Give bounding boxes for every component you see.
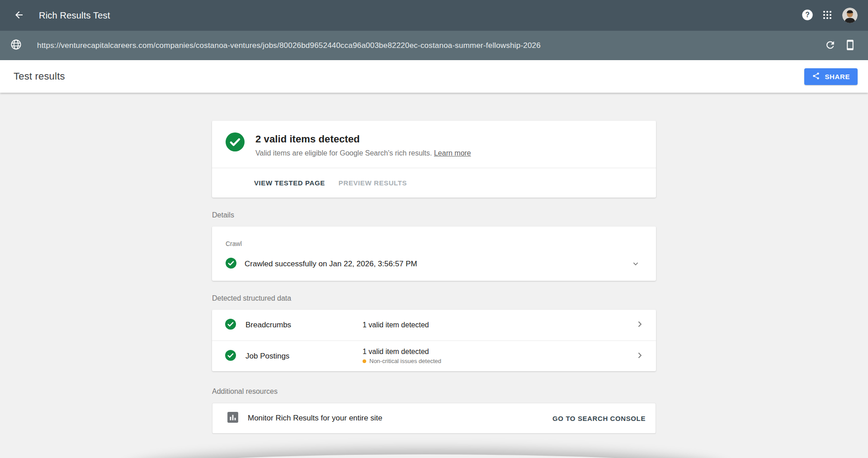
structured-data-row-job-postings[interactable]: Job Postings 1 valid item detected Non-c… bbox=[212, 340, 656, 371]
share-button-label: SHARE bbox=[825, 73, 850, 80]
summary-subtitle: Valid items are eligible for Google Sear… bbox=[255, 149, 471, 157]
row-success-check-icon bbox=[225, 319, 236, 331]
url-bar: https://venturecapitalcareers.com/compan… bbox=[0, 31, 868, 60]
resources-section-label: Additional resources bbox=[212, 387, 656, 396]
chevron-right-icon bbox=[634, 319, 645, 331]
crawl-status-row[interactable]: Crawled successfully on Jan 22, 2026, 3:… bbox=[226, 257, 642, 271]
structured-data-row-breadcrumbs[interactable]: Breadcrumbs 1 valid item detected bbox=[212, 310, 656, 340]
share-button[interactable]: SHARE bbox=[804, 68, 858, 85]
row-value-block: 1 valid item detected Non-critical issue… bbox=[363, 348, 634, 364]
summary-card: 2 valid items detected Valid items are e… bbox=[212, 121, 656, 198]
warning-dot-icon bbox=[363, 359, 366, 363]
account-avatar[interactable] bbox=[840, 5, 860, 25]
details-section-label: Details bbox=[212, 211, 656, 219]
avatar-image bbox=[842, 8, 858, 23]
mobile-view-button[interactable] bbox=[840, 36, 860, 56]
row-success-check-icon bbox=[225, 350, 236, 363]
mobile-icon bbox=[844, 39, 856, 52]
results-header-bar: Test results SHARE bbox=[0, 60, 868, 93]
svg-text:?: ? bbox=[805, 11, 810, 19]
row-type-label: Job Postings bbox=[245, 352, 363, 361]
summary-actions-row: VIEW TESTED PAGE PREVIEW RESULTS bbox=[212, 168, 656, 198]
chevron-right-icon bbox=[634, 350, 645, 363]
back-arrow-icon bbox=[14, 9, 24, 22]
row-valid-count: 1 valid item detected bbox=[363, 348, 634, 356]
row-warning-note: Non-critical issues detected bbox=[363, 358, 634, 364]
crawl-status-text: Crawled successfully on Jan 22, 2026, 3:… bbox=[245, 260, 629, 269]
chevron-down-icon bbox=[631, 259, 641, 270]
learn-more-link[interactable]: Learn more bbox=[434, 149, 471, 157]
help-button[interactable]: ? bbox=[797, 5, 817, 25]
page-title: Test results bbox=[14, 71, 65, 82]
refresh-button[interactable] bbox=[820, 36, 840, 56]
warning-note-text: Non-critical issues detected bbox=[369, 358, 441, 364]
app-title: Rich Results Test bbox=[39, 10, 110, 21]
tested-url[interactable]: https://venturecapitalcareers.com/compan… bbox=[37, 41, 820, 50]
row-valid-count: 1 valid item detected bbox=[363, 321, 634, 329]
apps-grid-icon bbox=[822, 9, 833, 22]
back-button[interactable] bbox=[11, 7, 27, 24]
help-icon: ? bbox=[801, 9, 814, 23]
row-type-label: Breadcrumbs bbox=[245, 321, 363, 330]
preview-results-button[interactable]: PREVIEW RESULTS bbox=[339, 175, 407, 190]
refresh-icon bbox=[825, 39, 836, 52]
go-to-search-console-link[interactable]: GO TO SEARCH CONSOLE bbox=[552, 415, 646, 422]
crawl-card: Crawl Crawled successfully on Jan 22, 20… bbox=[212, 227, 656, 281]
summary-subtitle-text: Valid items are eligible for Google Sear… bbox=[255, 149, 432, 157]
app-top-bar: Rich Results Test ? bbox=[0, 0, 868, 31]
main-content: 2 valid items detected Valid items are e… bbox=[212, 121, 656, 434]
summary-title: 2 valid items detected bbox=[255, 133, 471, 145]
view-tested-page-button[interactable]: VIEW TESTED PAGE bbox=[254, 175, 325, 190]
crawl-success-check-icon bbox=[226, 258, 236, 270]
crawl-expand-button[interactable] bbox=[629, 257, 642, 271]
summary-text-block: 2 valid items detected Valid items are e… bbox=[255, 132, 471, 157]
row-value-block: 1 valid item detected bbox=[363, 321, 634, 329]
bar-chart-icon bbox=[227, 411, 239, 425]
crawl-card-label: Crawl bbox=[226, 240, 642, 247]
share-icon bbox=[812, 72, 820, 81]
structured-data-card: Breadcrumbs 1 valid item detected Job Po… bbox=[212, 310, 656, 371]
resources-row-label: Monitor Rich Results for your entire sit… bbox=[248, 414, 552, 423]
below-fold-shadow bbox=[129, 454, 723, 458]
apps-grid-button[interactable] bbox=[817, 5, 837, 25]
success-check-circle-icon bbox=[226, 132, 245, 153]
structured-data-section-label: Detected structured data bbox=[212, 294, 656, 302]
resources-card: Monitor Rich Results for your entire sit… bbox=[212, 403, 656, 434]
summary-card-top: 2 valid items detected Valid items are e… bbox=[212, 121, 656, 168]
globe-icon bbox=[10, 38, 22, 52]
